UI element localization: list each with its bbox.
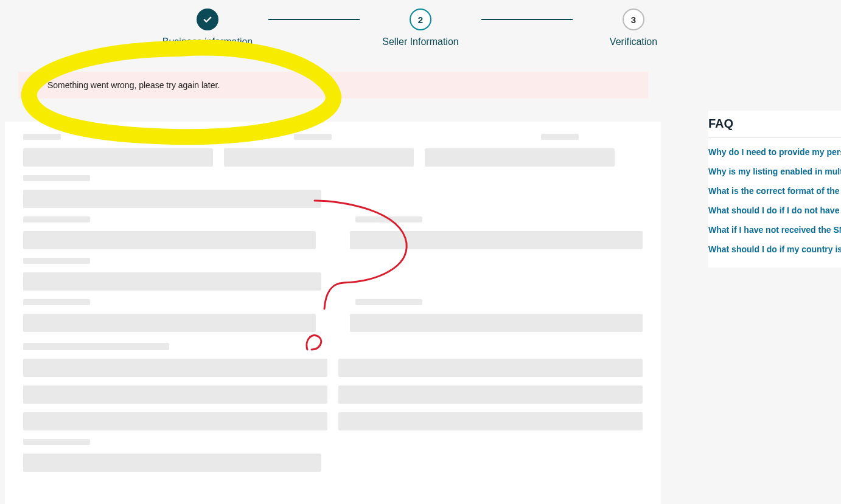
skeleton-label [23, 299, 90, 305]
skeleton-input [350, 314, 643, 332]
faq-link[interactable]: What should I do if my country is n [708, 240, 841, 259]
step-circle-active: 2 [410, 9, 431, 30]
skeleton-input [23, 272, 321, 291]
step-label: Seller Information [382, 36, 458, 47]
skeleton-heading [23, 343, 169, 350]
skeleton-label [23, 439, 90, 445]
check-icon [202, 14, 213, 25]
skeleton-label [23, 258, 90, 264]
skeleton-input [338, 412, 643, 430]
skeleton-input [338, 359, 643, 377]
skeleton-input [23, 314, 316, 332]
skeleton-label [355, 216, 422, 223]
skeleton-input [23, 190, 321, 208]
step-label: Verification [610, 36, 657, 47]
step-circle-pending: 3 [623, 9, 644, 30]
skeleton-input [338, 385, 643, 404]
step-verification: 3 Verification [579, 9, 688, 47]
skeleton-input [425, 148, 615, 167]
skeleton-label [294, 134, 332, 140]
step-seller-information: 2 Seller Information [366, 9, 475, 47]
skeleton-input [23, 412, 327, 430]
skeleton-label [23, 134, 61, 140]
faq-link[interactable]: Why is my listing enabled in multi [708, 162, 841, 181]
skeleton-input [23, 148, 213, 167]
error-icon [30, 80, 40, 90]
faq-link[interactable]: Why do I need to provide my perso [708, 142, 841, 162]
step-connector [268, 19, 360, 20]
step-business-information: Business information [153, 9, 262, 47]
skeleton-input [23, 359, 327, 377]
error-banner: Something went wrong, please try again l… [18, 72, 648, 98]
skeleton-input [350, 231, 643, 249]
skeleton-label [541, 134, 579, 140]
skeleton-input [23, 231, 316, 249]
faq-panel: FAQ Why do I need to provide my perso Wh… [708, 111, 841, 268]
step-connector [481, 19, 573, 20]
skeleton-label [23, 175, 90, 181]
skeleton-input [224, 148, 414, 167]
skeleton-input [23, 385, 327, 404]
skeleton-label [23, 216, 90, 223]
faq-title: FAQ [708, 111, 841, 137]
error-message: Something went wrong, please try again l… [47, 80, 220, 90]
progress-stepper: Business information 2 Seller Informatio… [0, 0, 841, 47]
faq-link[interactable]: What if I have not received the SMS [708, 220, 841, 240]
form-card-loading [5, 122, 661, 504]
step-label: Business information [162, 36, 253, 47]
skeleton-input [23, 454, 321, 472]
skeleton-label [355, 299, 422, 305]
faq-link[interactable]: What is the correct format of the p [708, 181, 841, 201]
faq-link[interactable]: What should I do if I do not have a [708, 201, 841, 220]
step-circle-done [197, 9, 218, 30]
